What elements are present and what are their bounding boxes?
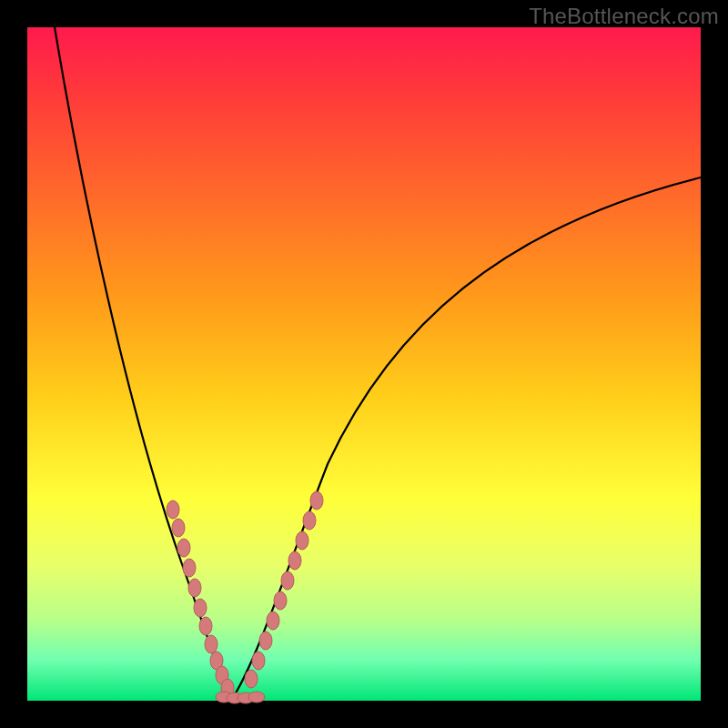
svg-point-17 xyxy=(259,632,272,650)
svg-point-22 xyxy=(296,531,308,550)
svg-point-14 xyxy=(248,692,265,703)
svg-point-24 xyxy=(310,491,323,510)
bead-cluster xyxy=(167,491,323,703)
watermark-text: TheBottleneck.com xyxy=(529,4,719,29)
svg-point-0 xyxy=(167,500,179,519)
svg-point-16 xyxy=(252,652,265,670)
svg-point-2 xyxy=(177,539,190,557)
svg-point-6 xyxy=(199,617,212,635)
curve-left-branch xyxy=(55,27,232,699)
bottleneck-curve xyxy=(27,27,701,701)
svg-point-4 xyxy=(188,579,201,597)
chart-frame: TheBottleneck.com xyxy=(0,0,728,728)
svg-point-18 xyxy=(267,612,279,630)
svg-point-19 xyxy=(274,592,287,610)
svg-point-5 xyxy=(194,599,207,617)
svg-point-3 xyxy=(183,559,196,577)
svg-point-15 xyxy=(245,670,258,688)
svg-point-1 xyxy=(172,519,185,537)
svg-point-23 xyxy=(303,511,316,530)
svg-point-7 xyxy=(205,635,217,653)
curve-right-branch xyxy=(232,177,701,699)
svg-point-20 xyxy=(281,571,294,590)
svg-point-21 xyxy=(288,551,301,570)
plot-area xyxy=(27,27,701,701)
